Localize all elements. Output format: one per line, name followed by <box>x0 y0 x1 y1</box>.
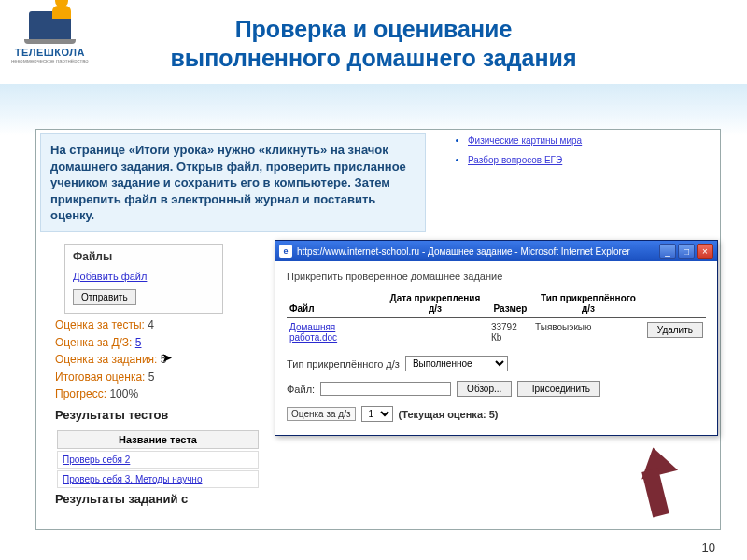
current-grade-text: (Текущая оценка: 5) <box>399 409 499 420</box>
close-button[interactable]: × <box>697 244 713 259</box>
right-links-list: Физические картины мира Разбор вопросов … <box>455 135 582 175</box>
grade-tasks-label: Оценка за задания: <box>55 353 157 366</box>
table-row: Домашняя работа.doc 33792 Кb Тыявоыэкыю … <box>287 318 706 347</box>
list-item: Разбор вопросов ЕГЭ <box>468 155 582 165</box>
page-number: 10 <box>702 540 715 554</box>
list-item: Физические картины мира <box>468 135 582 146</box>
ie-popup-window: e https://www.internet-school.ru - Домаш… <box>275 240 718 436</box>
delete-button[interactable]: Удалить <box>647 322 703 338</box>
test-link-2[interactable]: Проверь себя 3. Методы научно <box>63 474 202 484</box>
grade-tests-label: Оценка за тесты: <box>55 318 145 331</box>
background-wave <box>0 84 747 135</box>
tasks-results-heading: Результаты заданий с <box>55 492 188 506</box>
tests-table: Название теста Проверь себя 2 Проверь се… <box>55 428 261 490</box>
grades-block: Оценка за тесты: 4 Оценка за Д/З: 5 Оцен… <box>55 316 166 403</box>
homework-table: Файл Дата прикрепления д/з Размер Тип пр… <box>287 289 706 346</box>
progress-value: 100% <box>109 387 138 400</box>
grade-select[interactable]: 1 <box>361 406 393 422</box>
ie-window-title: https://www.internet-school.ru - Домашне… <box>297 246 659 257</box>
col-actions <box>644 289 706 318</box>
link-phys-pictures[interactable]: Физические картины мира <box>468 135 582 146</box>
progress-label: Прогресс: <box>55 387 106 400</box>
ie-titlebar[interactable]: e https://www.internet-school.ru - Домаш… <box>275 241 717 261</box>
main-panel: На странице «Итоги урока» нужно «кликнут… <box>35 129 721 530</box>
attach-caption: Прикрепить проверенное домашнее задание <box>287 271 706 282</box>
test-link-1[interactable]: Проверь себя 2 <box>63 455 130 465</box>
col-date: Дата прикрепления д/з <box>382 289 488 318</box>
grade-dz-value[interactable]: 5 <box>135 336 142 349</box>
attach-button[interactable]: Присоединить <box>517 381 600 397</box>
hw-size: 33792 Кb <box>488 318 532 347</box>
browse-button[interactable]: Обзор... <box>457 381 512 397</box>
instruction-callout: На странице «Итоги урока» нужно «кликнут… <box>40 133 426 232</box>
minimize-button[interactable]: _ <box>659 244 676 259</box>
homework-file-link[interactable]: Домашняя работа.doc <box>289 322 337 343</box>
grade-final-label: Итоговая оценка: <box>55 371 145 384</box>
attachment-type-select[interactable]: Выполненное <box>405 356 508 371</box>
hw-type: Тыявоыэкыю <box>532 318 644 347</box>
tests-col-name: Название теста <box>57 430 259 449</box>
send-button[interactable]: Отправить <box>73 289 136 305</box>
files-block: Файлы Добавить файл Отправить <box>64 244 223 314</box>
col-size: Размер <box>488 289 532 318</box>
grade-final-value: 5 <box>148 371 155 384</box>
ie-icon: e <box>279 245 292 258</box>
person-icon <box>55 0 68 7</box>
files-heading: Файлы <box>73 250 215 263</box>
type-label: Тип прикреплённого д/з <box>287 358 400 370</box>
col-file: Файл <box>287 289 382 318</box>
col-type: Тип прикреплённого д/з <box>532 289 644 318</box>
title-line1: Проверка и оценивание <box>235 16 513 42</box>
hw-date <box>382 318 488 347</box>
table-row: Проверь себя 2 <box>57 451 259 469</box>
link-ege[interactable]: Разбор вопросов ЕГЭ <box>468 155 562 165</box>
file-path-input[interactable] <box>320 382 451 396</box>
ie-body: Прикрепить проверенное домашнее задание … <box>275 261 717 435</box>
table-row: Проверь себя 3. Методы научно <box>57 470 259 488</box>
page-title: Проверка и оценивание выполненного домаш… <box>0 15 747 74</box>
tests-results-heading: Результаты тестов <box>55 408 168 422</box>
grade-label-box: Оценка за д/з <box>287 407 356 421</box>
maximize-button[interactable]: □ <box>678 244 695 259</box>
add-file-link[interactable]: Добавить файл <box>73 271 147 282</box>
grade-dz-label: Оценка за Д/З: <box>55 336 132 349</box>
file-label: Файл: <box>287 384 315 395</box>
title-line2: выполненного домашнего задания <box>171 45 577 71</box>
cursor-icon: ➤ <box>162 350 173 365</box>
grade-tests-value: 4 <box>148 318 154 331</box>
